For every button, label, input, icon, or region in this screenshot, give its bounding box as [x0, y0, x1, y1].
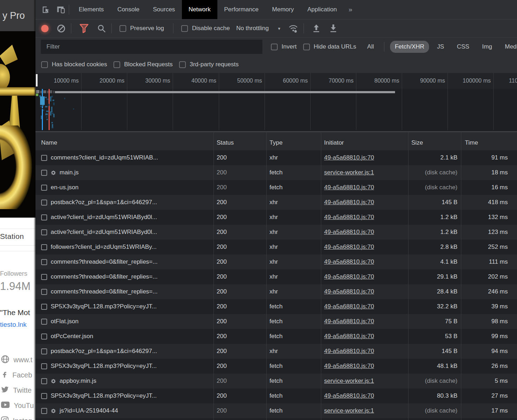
tab-sources[interactable]: Sources [146, 0, 182, 19]
initiator-link[interactable]: 49-a5a68810.js:70 [324, 150, 374, 165]
device-toolbar-icon[interactable] [56, 5, 66, 15]
row-checkbox[interactable] [41, 200, 47, 206]
table-row[interactable]: comments?threaded=0&filter_replies=... 2… [35, 284, 517, 299]
row-checkbox[interactable] [41, 155, 47, 161]
initiator-link[interactable]: 49-a5a68810.js:70 [324, 240, 374, 254]
column-resize-handle[interactable] [461, 132, 461, 420]
tab-elements[interactable]: Elements [72, 0, 111, 19]
social-link-facebook[interactable]: Faceb [0, 368, 35, 383]
initiator-link[interactable]: 49-a5a68810.js:70 [324, 299, 374, 314]
table-row[interactable]: postback?oz_pl=1&spa=1&ci=646297... 200 … [35, 195, 517, 210]
initiator-link[interactable]: service-worker.js:1 [324, 403, 374, 418]
row-checkbox[interactable] [41, 289, 47, 295]
table-row[interactable]: SP5X3v3tyqPL.128.mp3?Policy=eyJT... 200 … [35, 388, 517, 403]
timeline-handle[interactable] [36, 74, 38, 86]
export-har-icon[interactable] [329, 23, 338, 33]
has-blocked-cookies-checkbox[interactable] [41, 61, 48, 68]
row-checkbox[interactable] [41, 408, 47, 414]
blocked-requests-checkbox[interactable] [113, 61, 120, 68]
social-link-instagram[interactable]: Instag [0, 413, 35, 420]
table-row[interactable]: appboy.min.js 200 fetch service-worker.j… [35, 374, 517, 388]
initiator-link[interactable]: 49-a5a68810.js:70 [324, 225, 374, 240]
tab-console[interactable]: Console [111, 0, 146, 19]
column-resize-handle[interactable] [321, 132, 321, 420]
tab-performance[interactable]: Performance [217, 0, 265, 19]
table-row[interactable]: js?id=UA-2519404-44 200 fetch service-wo… [35, 403, 517, 418]
throttling-select[interactable]: No throttling [236, 25, 269, 32]
social-link-twitter[interactable]: Twitte [0, 383, 35, 398]
filter-input[interactable]: Filter [41, 40, 262, 54]
table-row[interactable]: SP5X3v3tyqPL.128.mp3?Policy=eyJT... 200 … [35, 299, 517, 314]
table-row[interactable]: active?client_id=zdUqm51WRIAByd0l... 200… [35, 225, 517, 240]
column-header-initiator[interactable]: Initiator [324, 134, 344, 152]
network-conditions-icon[interactable] [288, 23, 299, 33]
column-header-size[interactable]: Size [411, 134, 423, 152]
row-checkbox[interactable] [41, 259, 47, 265]
row-checkbox[interactable] [41, 363, 47, 369]
table-row[interactable]: comments?threaded=0&filter_replies=... 2… [35, 254, 517, 269]
row-checkbox[interactable] [41, 185, 47, 191]
row-checkbox[interactable] [41, 170, 47, 176]
chevron-down-icon[interactable]: ▾ [278, 26, 280, 31]
initiator-link[interactable]: 49-a5a68810.js:70 [324, 329, 374, 344]
social-link-youtube[interactable]: YouTu [0, 398, 35, 413]
initiator-link[interactable]: service-worker.js:1 [324, 165, 374, 180]
record-button[interactable] [41, 25, 49, 32]
table-row[interactable]: postback?oz_pl=1&spa=1&ci=646297... 200 … [35, 344, 517, 359]
initiator-link[interactable]: 49-a5a68810.js:70 [324, 388, 374, 403]
table-row[interactable]: followers?client_id=zdUqm51WRIABy... 200… [35, 240, 517, 254]
filter-pill-media[interactable]: Media [500, 41, 517, 53]
column-header-name[interactable]: Name [41, 134, 57, 152]
row-checkbox[interactable] [41, 319, 47, 325]
station-button[interactable]: Station [0, 232, 24, 241]
initiator-link[interactable]: service-worker.js:1 [324, 374, 374, 388]
more-tabs-button[interactable]: » [344, 0, 357, 19]
table-row[interactable]: comments?client_id=zdUqm51WRIAB... 200 x… [35, 150, 517, 165]
column-resize-handle[interactable] [266, 132, 267, 420]
inspect-element-icon[interactable] [41, 5, 51, 15]
tab-memory[interactable]: Memory [265, 0, 300, 19]
table-row[interactable]: comments?threaded=0&filter_replies=... 2… [35, 269, 517, 284]
preserve-log-checkbox[interactable] [119, 25, 126, 32]
row-checkbox[interactable] [41, 274, 47, 280]
initiator-link[interactable]: 49-a5a68810.js:70 [324, 344, 374, 359]
row-checkbox[interactable] [41, 229, 47, 235]
row-checkbox[interactable] [41, 378, 47, 384]
row-checkbox[interactable] [41, 348, 47, 354]
network-overview[interactable]: 10000 ms20000 ms30000 ms40000 ms50000 ms… [35, 73, 517, 132]
tab-network[interactable]: Network [182, 0, 217, 19]
hide-data-urls-checkbox[interactable] [303, 44, 310, 50]
row-checkbox[interactable] [41, 214, 47, 220]
search-icon[interactable] [97, 24, 106, 33]
disable-cache-checkbox[interactable] [181, 25, 188, 32]
table-row[interactable]: active?client_id=zdUqm51WRIAByd0l... 200… [35, 210, 517, 225]
initiator-link[interactable]: 49-a5a68810.js:70 [324, 254, 374, 269]
initiator-link[interactable]: 49-a5a68810.js:70 [324, 180, 374, 195]
filter-icon[interactable] [79, 23, 89, 34]
row-checkbox[interactable] [41, 393, 47, 399]
table-row[interactable]: otFlat.json 200 fetch 49-a5a68810.js:70 … [35, 314, 517, 329]
table-row[interactable]: en-us.json 200 fetch 49-a5a68810.js:70 (… [35, 180, 517, 195]
column-resize-handle[interactable] [213, 132, 214, 420]
3rd-party-requests-checkbox[interactable] [179, 61, 186, 68]
initiator-link[interactable]: 49-a5a68810.js:70 [324, 269, 374, 284]
initiator-link[interactable]: 49-a5a68810.js:70 [324, 195, 374, 210]
social-link-globe[interactable]: www.t [0, 352, 35, 368]
initiator-link[interactable]: 49-a5a68810.js:70 [324, 314, 374, 329]
filter-pill-js[interactable]: JS [433, 41, 449, 53]
external-link[interactable]: tiesto.lnk [0, 321, 27, 329]
row-checkbox[interactable] [41, 334, 47, 340]
table-row[interactable]: otPcCenter.json 200 fetch 49-a5a68810.js… [35, 329, 517, 344]
filter-pill-css[interactable]: CSS [452, 41, 474, 53]
row-checkbox[interactable] [41, 244, 47, 250]
initiator-link[interactable]: 49-a5a68810.js:70 [324, 359, 374, 374]
column-header-time[interactable]: Time [465, 134, 478, 152]
filter-pill-img[interactable]: Img [477, 41, 496, 53]
invert-checkbox[interactable] [271, 44, 278, 50]
tab-application[interactable]: Application [301, 0, 344, 19]
table-row[interactable]: main.js 200 fetch service-worker.js:1 (d… [35, 165, 517, 180]
column-header-status[interactable]: Status [217, 134, 234, 152]
row-checkbox[interactable] [41, 304, 47, 310]
column-header-type[interactable]: Type [269, 134, 283, 152]
import-har-icon[interactable] [312, 23, 321, 33]
